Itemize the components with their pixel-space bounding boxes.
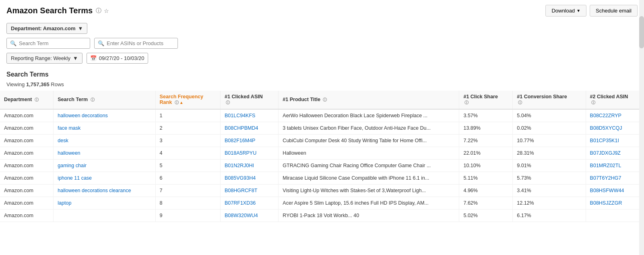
table-body: Amazon.comhalloween decorations1B01LC94K… (0, 109, 644, 222)
data-cell: 1 (155, 109, 220, 122)
reporting-range-label: Reporting Range: Weekly (11, 55, 70, 61)
filter-row-1: Department: Amazon.com ▼ (6, 23, 638, 34)
search-term-input-wrap: 🔍 (6, 38, 90, 49)
link-cell[interactable]: B08CHPBMD4 (221, 122, 279, 135)
link-cell[interactable] (586, 209, 644, 222)
scrollbar-thumb[interactable] (639, 16, 644, 48)
data-cell: 8 (155, 197, 220, 209)
title-area: Amazon Search Terms ⓘ ☆ (6, 6, 109, 15)
data-cell: Amazon.com (0, 135, 54, 147)
data-cell: AerWo Halloween Decoration Black Lace Sp… (279, 109, 459, 122)
data-cell: Amazon.com (0, 122, 54, 135)
link-cell[interactable]: B085VG93H4 (221, 172, 279, 185)
data-cell: 3 tablets Unisex Carbon Fiber Face, Outd… (279, 122, 459, 135)
link-cell[interactable]: B018A5RPYU (221, 147, 279, 160)
click-share1-info-icon[interactable]: ⓘ (464, 100, 469, 105)
link-cell[interactable]: halloween (54, 147, 155, 160)
reporting-dropdown-arrow: ▼ (73, 55, 78, 61)
data-cell: 9.01% (513, 160, 586, 172)
col-search-term: Search Term ⓘ (54, 91, 155, 109)
asin-search-icon: 🔍 (98, 40, 104, 46)
link-cell[interactable]: desk (54, 135, 155, 147)
section-title: Search Terms (0, 67, 644, 80)
dept-dropdown-arrow: ▼ (78, 25, 83, 31)
data-cell: Amazon.com (0, 172, 54, 185)
data-cell: Amazon.com (0, 160, 54, 172)
asin-input-wrap: 🔍 (94, 38, 178, 49)
schedule-email-label: Schedule email (596, 8, 632, 14)
data-cell: 13.89% (459, 122, 513, 135)
link-cell[interactable]: gaming chair (54, 160, 155, 172)
header-actions: Download ▼ Schedule email (545, 5, 638, 17)
link-cell[interactable]: face mask (54, 122, 155, 135)
dept-info-icon[interactable]: ⓘ (35, 97, 39, 102)
data-cell: Amazon.com (0, 185, 54, 197)
link-cell[interactable]: B01CP35K1I (586, 135, 644, 147)
col-search-freq-rank[interactable]: Search FrequencyRank ⓘ▲ (155, 91, 220, 109)
data-cell: 7 (155, 185, 220, 197)
link-cell[interactable]: B08HSJZZGR (586, 197, 644, 209)
schedule-email-button[interactable]: Schedule email (590, 5, 638, 17)
search-term-info-icon[interactable]: ⓘ (91, 97, 95, 102)
filter-row-2: 🔍 🔍 (6, 38, 638, 49)
table-row: Amazon.comhalloween decorations1B01LC94K… (0, 109, 644, 122)
viewing-prefix: Viewing (6, 81, 26, 87)
search-term-input[interactable] (19, 40, 87, 46)
link-cell[interactable]: B08HSFWW44 (586, 185, 644, 197)
filters-area: Department: Amazon.com ▼ 🔍 🔍 Reporting R… (0, 20, 644, 67)
title1-info-icon[interactable]: ⓘ (323, 97, 327, 102)
data-cell: 28.31% (513, 147, 586, 160)
link-cell[interactable]: B07JDXGJ9Z (586, 147, 644, 160)
download-label: Download (551, 8, 575, 14)
download-button[interactable]: Download ▼ (545, 5, 586, 17)
date-range-text: 09/27/20 - 10/03/20 (99, 55, 144, 61)
data-cell: 4 (155, 147, 220, 160)
data-cell: 4.96% (459, 185, 513, 197)
data-cell: Miracase Liquid Silicone Case Compatible… (279, 172, 459, 185)
data-cell: Visiting Light-Up Witches with Stakes-Se… (279, 185, 459, 197)
data-cell: Acer Aspire 5 Slim Laptop, 15.6 inches F… (279, 197, 459, 209)
rank-info-icon[interactable]: ⓘ (175, 100, 179, 105)
data-cell: 7.62% (459, 197, 513, 209)
link-cell[interactable]: iphone 11 case (54, 172, 155, 185)
search-terms-table: Department ⓘ Search Term ⓘ Search Freque… (0, 91, 644, 222)
link-cell[interactable]: B01LC94KFS (221, 109, 279, 122)
date-range-picker[interactable]: 📅 09/27/20 - 10/03/20 (87, 53, 148, 64)
link-cell[interactable]: laptop (54, 197, 155, 209)
scrollbar[interactable] (639, 0, 644, 222)
link-cell[interactable]: B01N2RJ0HI (221, 160, 279, 172)
filter-row-3: Reporting Range: Weekly ▼ 📅 09/27/20 - 1… (6, 53, 638, 64)
info-icon[interactable]: ⓘ (96, 7, 101, 15)
asin2-info-icon[interactable]: ⓘ (591, 100, 595, 105)
department-label: Department: Amazon.com (11, 25, 76, 31)
data-cell: Amazon.com (0, 209, 54, 222)
link-cell[interactable]: halloween decorations (54, 109, 155, 122)
department-dropdown[interactable]: Department: Amazon.com ▼ (6, 23, 87, 34)
table-row: Amazon.comhalloween decorations clearanc… (0, 185, 644, 197)
link-cell[interactable]: B082F16M4P (221, 135, 279, 147)
reporting-range-dropdown[interactable]: Reporting Range: Weekly ▼ (6, 53, 83, 64)
data-cell: 10.10% (459, 160, 513, 172)
data-cell: 6 (155, 172, 220, 185)
link-cell[interactable]: B01MRZ02TL (586, 160, 644, 172)
asin-input[interactable] (107, 40, 174, 46)
link-cell[interactable]: B08D5XYCQJ (586, 122, 644, 135)
download-dropdown-arrow: ▼ (576, 8, 580, 13)
conv-share1-info-icon[interactable]: ⓘ (518, 100, 522, 105)
link-cell[interactable]: B08HGRCF8T (221, 185, 279, 197)
asin1-info-icon[interactable]: ⓘ (226, 100, 230, 105)
data-cell: 3.57% (459, 109, 513, 122)
data-cell: 5.04% (513, 109, 586, 122)
star-icon[interactable]: ☆ (104, 8, 109, 14)
link-cell[interactable]: B08W320WU4 (221, 209, 279, 222)
data-cell: Amazon.com (0, 109, 54, 122)
table-row: Amazon.comhalloween4B018A5RPYUHalloween2… (0, 147, 644, 160)
link-cell[interactable] (54, 209, 155, 222)
link-cell[interactable]: B07RF1XD36 (221, 197, 279, 209)
link-cell[interactable]: B07T6Y2HG7 (586, 172, 644, 185)
data-cell: 5 (155, 160, 220, 172)
data-cell: Amazon.com (0, 197, 54, 209)
data-cell: 5.73% (513, 172, 586, 185)
link-cell[interactable]: B08C22ZRYP (586, 109, 644, 122)
link-cell[interactable]: halloween decorations clearance (54, 185, 155, 197)
